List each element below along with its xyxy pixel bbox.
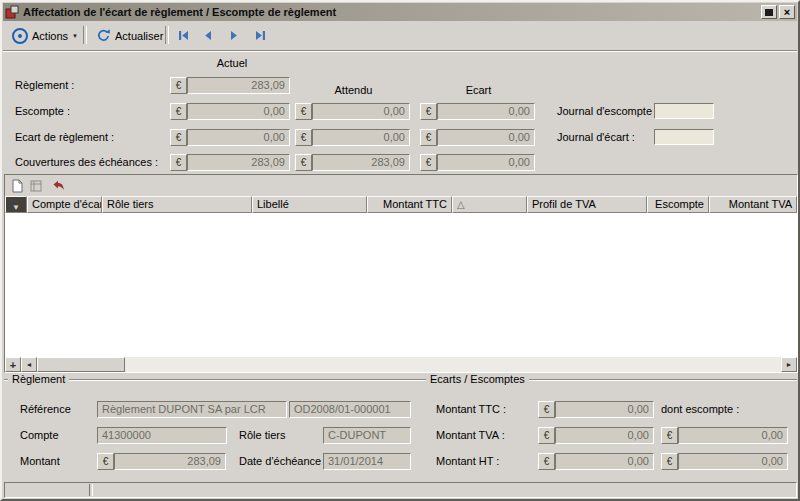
montant-ht-field: 0,00: [555, 453, 654, 470]
escompte-ht-field: 0,00: [678, 453, 788, 470]
status-bar-divider: [89, 484, 93, 496]
grid-body: [5, 213, 797, 357]
arrow-right-icon: ►: [786, 361, 793, 368]
actions-label: Actions: [32, 30, 68, 42]
maximize-icon: [765, 9, 773, 16]
currency-prefix: €: [538, 453, 555, 470]
currency-prefix: €: [420, 154, 437, 171]
montant-ht-label: Montant HT :: [436, 455, 499, 467]
journal-ecart-label: Journal d'écart :: [557, 131, 635, 143]
next-record-icon: [227, 29, 240, 42]
dont-escompte-label: dont escompte :: [661, 403, 739, 415]
row-marker-header[interactable]: ▼: [5, 196, 27, 213]
currency-prefix: €: [661, 427, 678, 444]
ecart-ecart-field: 0,00: [437, 129, 535, 146]
window: Affectation de l'écart de règlement / Es…: [0, 0, 800, 501]
grid-horizontal-scrollbar[interactable]: + ◄ ►: [5, 357, 797, 372]
scrollbar-thumb[interactable]: [37, 357, 125, 372]
grid-toolbar: [5, 175, 797, 196]
currency-prefix: €: [295, 103, 312, 120]
montant-ttc-label: Montant TTC :: [436, 403, 506, 415]
currency-prefix: €: [420, 103, 437, 120]
escompte-tva-field: 0,00: [678, 427, 788, 444]
col-montant-tva[interactable]: Montant TVA: [709, 196, 797, 213]
column-header-ecart: Ecart: [420, 84, 537, 96]
plus-icon: +: [10, 359, 16, 371]
currency-prefix: €: [170, 129, 187, 146]
journal-ecart-input[interactable]: [654, 129, 714, 145]
montant-tva-label: Montant TVA :: [436, 429, 505, 441]
role-tiers-field: C-DUPONT: [323, 427, 411, 444]
undo-icon: [50, 178, 66, 194]
col-role-tiers[interactable]: Rôle tiers: [102, 196, 252, 213]
close-icon: ×: [784, 7, 790, 18]
currency-prefix: €: [295, 129, 312, 146]
scroll-right-button[interactable]: ►: [781, 357, 797, 372]
currency-prefix: €: [170, 77, 187, 94]
table-icon: [28, 178, 44, 194]
next-record-button[interactable]: [223, 27, 243, 43]
montant-field: 283,09: [114, 453, 226, 470]
col-escompte[interactable]: Escompte: [647, 196, 709, 213]
currency-prefix: €: [170, 154, 187, 171]
ecart-grid: ▼ Compte d'écart Rôle tiers Libellé Mont…: [4, 174, 798, 373]
reglement-group-title: Règlement: [8, 373, 69, 385]
couvertures-attendu-field: 283,09: [312, 154, 410, 171]
currency-prefix: €: [170, 103, 187, 120]
reglement-actuel-field: 283,09: [187, 77, 290, 94]
role-tiers-label: Rôle tiers: [239, 429, 285, 441]
previous-record-icon: [201, 29, 214, 42]
col-profil-tva[interactable]: Profil de TVA: [527, 196, 647, 213]
reference-label: Référence: [20, 403, 71, 415]
reference-number-field: OD2008/01-000001: [289, 401, 411, 418]
refresh-label: Actualiser: [115, 30, 163, 42]
first-record-button[interactable]: [173, 27, 193, 43]
couvertures-actuel-field: 283,09: [187, 154, 290, 171]
ecart-reglement-label: Ecart de règlement :: [15, 131, 114, 143]
actions-icon: [12, 28, 28, 44]
previous-record-button[interactable]: [197, 27, 217, 43]
date-echeance-field: 31/01/2014: [323, 453, 411, 470]
currency-prefix: €: [295, 154, 312, 171]
couvertures-ecart-field: 0,00: [437, 154, 535, 171]
new-row-button[interactable]: [8, 177, 26, 194]
compte-label: Compte: [20, 429, 59, 441]
sort-indicator-cell[interactable]: △: [452, 196, 527, 213]
col-libelle[interactable]: Libellé: [252, 196, 367, 213]
escompte-attendu-field: 0,00: [312, 103, 410, 120]
col-montant-ttc[interactable]: Montant TTC: [367, 196, 452, 213]
toolbar-separator: [83, 26, 87, 44]
app-icon[interactable]: [5, 5, 19, 19]
close-button[interactable]: ×: [779, 5, 795, 19]
journal-escompte-input[interactable]: [654, 103, 714, 119]
reference-field: Règlement DUPONT SA par LCR: [97, 401, 287, 418]
undo-button[interactable]: [49, 177, 67, 194]
caret-down-icon: ▼: [72, 33, 78, 39]
document-icon: [9, 178, 25, 194]
status-bar: [4, 482, 797, 498]
montant-ttc-field: 0,00: [555, 401, 654, 418]
maximize-button[interactable]: [761, 5, 777, 19]
arrow-left-icon: ◄: [26, 361, 33, 368]
window-title: Affectation de l'écart de règlement / Es…: [23, 6, 759, 18]
scroll-left-button[interactable]: ◄: [21, 357, 37, 372]
column-header-attendu: Attendu: [295, 84, 412, 96]
currency-prefix: €: [420, 129, 437, 146]
toolbar-separator: [165, 26, 169, 44]
last-record-button[interactable]: [249, 27, 269, 43]
add-row-button[interactable]: +: [5, 357, 21, 372]
refresh-button[interactable]: Actualiser: [91, 25, 168, 46]
col-compte-ecart[interactable]: Compte d'écart: [27, 196, 102, 213]
journal-escompte-label: Journal d'escompte :: [557, 105, 658, 117]
titlebar[interactable]: Affectation de l'écart de règlement / Es…: [3, 3, 797, 21]
column-header-actuel: Actuel: [170, 57, 294, 69]
refresh-icon: [96, 28, 111, 43]
escompte-actuel-field: 0,00: [187, 103, 290, 120]
actions-button[interactable]: Actions ▼: [7, 25, 83, 46]
sort-up-icon: △: [457, 199, 465, 210]
ecart-actuel-field: 0,00: [187, 129, 290, 146]
group-separator: [4, 379, 797, 381]
montant-tva-field: 0,00: [555, 427, 654, 444]
save-row-button[interactable]: [27, 177, 45, 194]
ecarts-group-title: Ecarts / Escomptes: [426, 373, 529, 385]
